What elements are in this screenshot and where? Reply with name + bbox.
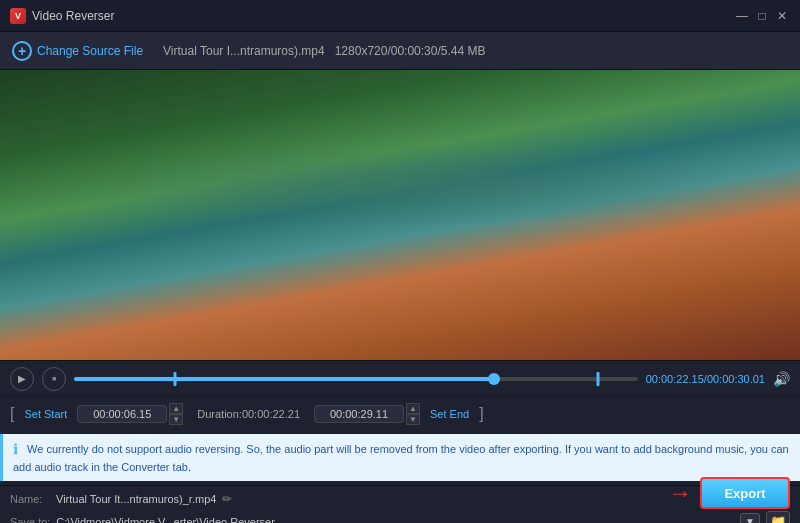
title-bar: V Video Reverser — □ ✕: [0, 0, 800, 32]
start-time-down[interactable]: ▼: [169, 414, 183, 425]
info-text: We currently do not support audio revers…: [13, 443, 789, 473]
file-name: Virtual Tour I...ntramuros).mp4: [163, 44, 325, 58]
app-icon: V: [10, 8, 26, 24]
trim-row: [ Set Start ▲ ▼ Duration:00:00:22.21 ▲ ▼…: [0, 396, 800, 430]
toolbar: + Change Source File Virtual Tour I...nt…: [0, 32, 800, 70]
close-button[interactable]: ✕: [774, 8, 790, 24]
file-info: Virtual Tour I...ntramuros).mp4 1280x720…: [163, 44, 485, 58]
progress-fill: [74, 377, 494, 381]
browse-folder-button[interactable]: 📁: [766, 511, 790, 523]
play-button[interactable]: ▶: [10, 367, 34, 391]
duration-label: Duration:00:00:22.21: [197, 408, 300, 420]
start-time-up[interactable]: ▲: [169, 403, 183, 414]
add-circle-icon: +: [12, 41, 32, 61]
stop-button[interactable]: ■: [42, 367, 66, 391]
change-source-button[interactable]: + Change Source File: [12, 41, 143, 61]
start-time-input[interactable]: [77, 405, 167, 423]
save-label: Save to:: [10, 516, 50, 523]
video-frame: [0, 70, 800, 360]
end-time-input[interactable]: [314, 405, 404, 423]
time-display: 00:00:22.15/00:00:30.01: [646, 373, 765, 385]
export-area: → Export: [668, 477, 790, 509]
edit-name-icon[interactable]: ✏: [222, 492, 232, 506]
end-time-group: ▲ ▼: [314, 403, 420, 425]
range-left-handle[interactable]: [174, 372, 177, 386]
save-path: C:\Vidmore\Vidmore V...erter\Video Rever…: [56, 516, 734, 523]
output-filename: Virtual Tour It...ntramuros)_r.mp4: [56, 493, 216, 505]
landscape-overlay-deco: [0, 70, 800, 360]
info-icon: ℹ: [13, 441, 18, 457]
title-bar-left: V Video Reverser: [10, 8, 115, 24]
path-dropdown-button[interactable]: ▼: [740, 513, 760, 523]
progress-track: [74, 377, 638, 381]
progress-container[interactable]: [74, 369, 638, 389]
end-time-down[interactable]: ▼: [406, 414, 420, 425]
window-controls: — □ ✕: [734, 8, 790, 24]
maximize-button[interactable]: □: [754, 8, 770, 24]
bracket-right-icon: ]: [479, 405, 483, 423]
bracket-left-icon: [: [10, 405, 14, 423]
end-time-up[interactable]: ▲: [406, 403, 420, 414]
file-meta: 1280x720/00:00:30/5.44 MB: [335, 44, 486, 58]
progress-thumb[interactable]: [488, 373, 500, 385]
minimize-button[interactable]: —: [734, 8, 750, 24]
export-button[interactable]: Export: [700, 477, 790, 509]
set-end-button[interactable]: Set End: [426, 406, 473, 422]
folder-icon: 📁: [770, 514, 786, 523]
change-source-label: Change Source File: [37, 44, 143, 58]
video-preview-area: [0, 70, 800, 360]
volume-icon[interactable]: 🔊: [773, 371, 790, 387]
end-time-spinners: ▲ ▼: [406, 403, 420, 425]
controls-row: ▶ ■ 00:00:22.15/00:00:30.01 🔊: [0, 360, 800, 396]
start-time-spinners: ▲ ▼: [169, 403, 183, 425]
app-title: Video Reverser: [32, 9, 115, 23]
info-banner: ℹ We currently do not support audio reve…: [0, 434, 800, 481]
set-start-button[interactable]: Set Start: [20, 406, 71, 422]
name-label: Name:: [10, 493, 50, 505]
range-right-handle[interactable]: [597, 372, 600, 386]
save-row: Save to: C:\Vidmore\Vidmore V...erter\Vi…: [10, 511, 790, 523]
arrow-indicator-icon: →: [668, 479, 692, 507]
start-time-group: ▲ ▼: [77, 403, 183, 425]
